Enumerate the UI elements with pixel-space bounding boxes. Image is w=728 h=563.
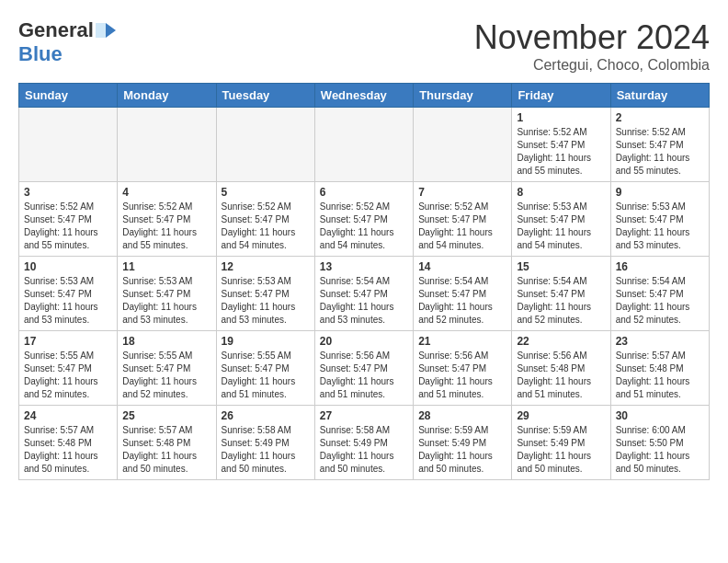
table-row: [314, 108, 413, 182]
table-row: 14Sunrise: 5:54 AM Sunset: 5:47 PM Dayli…: [414, 257, 512, 331]
header-thursday: Thursday: [414, 84, 512, 108]
table-row: 9Sunrise: 5:53 AM Sunset: 5:47 PM Daylig…: [610, 182, 709, 257]
table-row: 26Sunrise: 5:58 AM Sunset: 5:49 PM Dayli…: [216, 406, 314, 480]
calendar: Sunday Monday Tuesday Wednesday Thursday…: [18, 83, 710, 480]
page: General Blue November 2024 Certegui, Cho…: [0, 0, 728, 489]
header-wednesday: Wednesday: [314, 84, 413, 108]
calendar-week-row: 24Sunrise: 5:57 AM Sunset: 5:48 PM Dayli…: [19, 406, 710, 480]
day-number: 12: [222, 260, 310, 273]
day-info: Sunrise: 5:54 AM Sunset: 5:47 PM Dayligh…: [517, 275, 605, 327]
day-number: 19: [222, 335, 310, 348]
table-row: 4Sunrise: 5:52 AM Sunset: 5:47 PM Daylig…: [118, 182, 216, 257]
svg-marker-1: [96, 23, 106, 38]
table-row: 22Sunrise: 5:56 AM Sunset: 5:48 PM Dayli…: [512, 331, 610, 406]
table-row: [414, 108, 512, 182]
day-number: 5: [222, 186, 310, 199]
day-info: Sunrise: 5:58 AM Sunset: 5:49 PM Dayligh…: [320, 424, 408, 476]
day-info: Sunrise: 5:52 AM Sunset: 5:47 PM Dayligh…: [24, 201, 112, 252]
day-number: 28: [418, 409, 506, 422]
day-number: 16: [616, 260, 704, 273]
table-row: 17Sunrise: 5:55 AM Sunset: 5:47 PM Dayli…: [19, 331, 118, 406]
logo-flag-icon: [96, 23, 116, 38]
day-number: 10: [24, 260, 112, 273]
day-info: Sunrise: 5:55 AM Sunset: 5:47 PM Dayligh…: [122, 350, 210, 401]
day-number: 22: [517, 335, 605, 348]
header-sunday: Sunday: [19, 84, 118, 108]
day-info: Sunrise: 5:53 AM Sunset: 5:47 PM Dayligh…: [24, 275, 112, 327]
day-info: Sunrise: 5:59 AM Sunset: 5:49 PM Dayligh…: [418, 424, 506, 476]
month-title: November 2024: [474, 18, 710, 57]
calendar-week-row: 10Sunrise: 5:53 AM Sunset: 5:47 PM Dayli…: [19, 257, 710, 331]
location: Certegui, Choco, Colombia: [474, 57, 710, 74]
table-row: 20Sunrise: 5:56 AM Sunset: 5:47 PM Dayli…: [314, 331, 413, 406]
day-info: Sunrise: 5:56 AM Sunset: 5:47 PM Dayligh…: [320, 350, 408, 401]
day-number: 3: [24, 186, 112, 199]
day-info: Sunrise: 5:54 AM Sunset: 5:47 PM Dayligh…: [418, 275, 506, 327]
day-number: 18: [122, 335, 210, 348]
day-number: 7: [418, 186, 506, 199]
day-number: 2: [616, 111, 704, 124]
day-number: 26: [222, 409, 310, 422]
table-row: 12Sunrise: 5:53 AM Sunset: 5:47 PM Dayli…: [216, 257, 314, 331]
day-number: 4: [122, 186, 210, 199]
table-row: [19, 108, 118, 182]
day-info: Sunrise: 5:56 AM Sunset: 5:47 PM Dayligh…: [418, 350, 506, 401]
calendar-week-row: 1Sunrise: 5:52 AM Sunset: 5:47 PM Daylig…: [19, 108, 710, 182]
table-row: 15Sunrise: 5:54 AM Sunset: 5:47 PM Dayli…: [512, 257, 610, 331]
day-number: 20: [320, 335, 408, 348]
day-info: Sunrise: 5:58 AM Sunset: 5:49 PM Dayligh…: [222, 424, 310, 476]
table-row: 16Sunrise: 5:54 AM Sunset: 5:47 PM Dayli…: [610, 257, 709, 331]
day-info: Sunrise: 5:54 AM Sunset: 5:47 PM Dayligh…: [320, 275, 408, 327]
table-row: 3Sunrise: 5:52 AM Sunset: 5:47 PM Daylig…: [19, 182, 118, 257]
day-number: 27: [320, 409, 408, 422]
day-number: 17: [24, 335, 112, 348]
day-info: Sunrise: 5:53 AM Sunset: 5:47 PM Dayligh…: [122, 275, 210, 327]
day-info: Sunrise: 5:54 AM Sunset: 5:47 PM Dayligh…: [616, 275, 704, 327]
day-info: Sunrise: 5:52 AM Sunset: 5:47 PM Dayligh…: [418, 201, 506, 252]
table-row: 6Sunrise: 5:52 AM Sunset: 5:47 PM Daylig…: [314, 182, 413, 257]
day-info: Sunrise: 5:55 AM Sunset: 5:47 PM Dayligh…: [24, 350, 112, 401]
day-info: Sunrise: 5:55 AM Sunset: 5:47 PM Dayligh…: [222, 350, 310, 401]
header-saturday: Saturday: [610, 84, 709, 108]
table-row: 27Sunrise: 5:58 AM Sunset: 5:49 PM Dayli…: [314, 406, 413, 480]
day-info: Sunrise: 5:52 AM Sunset: 5:47 PM Dayligh…: [616, 126, 704, 178]
table-row: 18Sunrise: 5:55 AM Sunset: 5:47 PM Dayli…: [118, 331, 216, 406]
table-row: 10Sunrise: 5:53 AM Sunset: 5:47 PM Dayli…: [19, 257, 118, 331]
logo-blue: Blue: [18, 42, 63, 65]
day-info: Sunrise: 5:57 AM Sunset: 5:48 PM Dayligh…: [122, 424, 210, 476]
day-info: Sunrise: 5:52 AM Sunset: 5:47 PM Dayligh…: [122, 201, 210, 252]
day-info: Sunrise: 5:59 AM Sunset: 5:49 PM Dayligh…: [517, 424, 605, 476]
day-info: Sunrise: 5:52 AM Sunset: 5:47 PM Dayligh…: [320, 201, 408, 252]
day-number: 15: [517, 260, 605, 273]
day-info: Sunrise: 5:53 AM Sunset: 5:47 PM Dayligh…: [517, 201, 605, 252]
logo: General Blue: [18, 18, 116, 66]
table-row: 25Sunrise: 5:57 AM Sunset: 5:48 PM Dayli…: [118, 406, 216, 480]
day-info: Sunrise: 6:00 AM Sunset: 5:50 PM Dayligh…: [616, 424, 704, 476]
day-number: 23: [616, 335, 704, 348]
day-number: 9: [616, 186, 704, 199]
day-number: 21: [418, 335, 506, 348]
logo-general: General: [18, 18, 94, 42]
day-number: 13: [320, 260, 408, 273]
table-row: 8Sunrise: 5:53 AM Sunset: 5:47 PM Daylig…: [512, 182, 610, 257]
day-number: 8: [517, 186, 605, 199]
header-friday: Friday: [512, 84, 610, 108]
day-number: 1: [517, 111, 605, 124]
table-row: 7Sunrise: 5:52 AM Sunset: 5:47 PM Daylig…: [414, 182, 512, 257]
day-number: 30: [616, 409, 704, 422]
day-number: 6: [320, 186, 408, 199]
table-row: 1Sunrise: 5:52 AM Sunset: 5:47 PM Daylig…: [512, 108, 610, 182]
header-tuesday: Tuesday: [216, 84, 314, 108]
table-row: 24Sunrise: 5:57 AM Sunset: 5:48 PM Dayli…: [19, 406, 118, 480]
table-row: [216, 108, 314, 182]
day-info: Sunrise: 5:56 AM Sunset: 5:48 PM Dayligh…: [517, 350, 605, 401]
day-info: Sunrise: 5:53 AM Sunset: 5:47 PM Dayligh…: [222, 275, 310, 327]
table-row: 29Sunrise: 5:59 AM Sunset: 5:49 PM Dayli…: [512, 406, 610, 480]
day-number: 29: [517, 409, 605, 422]
svg-marker-0: [106, 23, 116, 38]
calendar-header-row: Sunday Monday Tuesday Wednesday Thursday…: [19, 84, 710, 108]
day-number: 11: [122, 260, 210, 273]
table-row: [118, 108, 216, 182]
table-row: 13Sunrise: 5:54 AM Sunset: 5:47 PM Dayli…: [314, 257, 413, 331]
header: General Blue November 2024 Certegui, Cho…: [18, 18, 710, 74]
